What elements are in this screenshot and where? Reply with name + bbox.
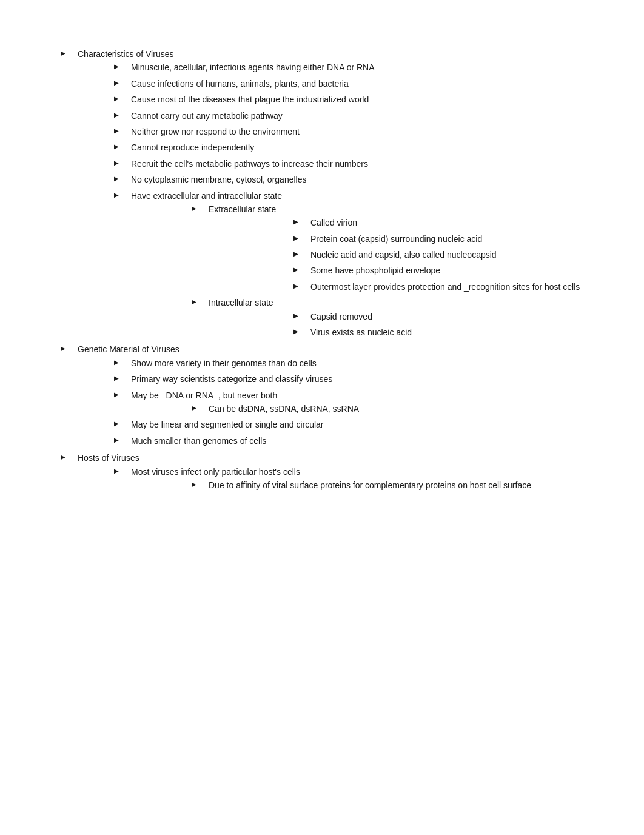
item-text: Show more variety in their genomes than … bbox=[131, 358, 317, 368]
outline-item-l1-genetic: Genetic Material of VirusesShow more var… bbox=[61, 343, 608, 448]
item-text: Most viruses infect only particular host… bbox=[131, 467, 300, 477]
outline-item-l2-g5: Much smaller than genomes of cells bbox=[114, 434, 608, 448]
outline-item-l1-characteristics: Characteristics of VirusesMinuscule, ace… bbox=[61, 47, 608, 339]
outline-item-l2-9: Have extracellular and intracellular sta… bbox=[114, 189, 608, 340]
outline-item-l2-3: Cause most of the diseases that plague t… bbox=[114, 93, 608, 106]
item-text: Outermost layer provides protection and … bbox=[310, 282, 580, 292]
item-text: May be _DNA or RNA_, but never both bbox=[131, 391, 277, 400]
item-text: Cause infections of humans, animals, pla… bbox=[131, 79, 349, 89]
item-text: Genetic Material of Viruses bbox=[78, 344, 179, 354]
outline-item-l4-2: Protein coat (capsid) surrounding nuclei… bbox=[293, 232, 608, 246]
item-text: Neither grow nor respond to the environm… bbox=[131, 127, 300, 136]
outline-item-l3-intracellular: Intracellular stateCapsid removedVirus e… bbox=[192, 296, 608, 339]
outline-item-l2-5: Neither grow nor respond to the environm… bbox=[114, 125, 608, 138]
item-text: Due to affinity of viral surface protein… bbox=[209, 480, 531, 490]
outline-item-l4-6: Capsid removed bbox=[293, 310, 608, 323]
item-text: Nucleic acid and capsid, also called nuc… bbox=[310, 250, 497, 260]
item-text: Recruit the cell's metabolic pathways to… bbox=[131, 159, 368, 169]
outline-item-l2-6: Cannot reproduce independently bbox=[114, 141, 608, 154]
outline-item-l2-8: No cytoplasmic membrane, cytosol, organe… bbox=[114, 173, 608, 186]
outline-item-l4-4: Some have phospholipid envelope bbox=[293, 264, 608, 277]
item-text: Can be dsDNA, ssDNA, dsRNA, ssRNA bbox=[209, 404, 359, 414]
item-text: Hosts of Viruses bbox=[78, 453, 139, 463]
item-text: Cannot reproduce independently bbox=[131, 143, 254, 152]
item-text: Minuscule, acellular, infectious agents … bbox=[131, 62, 375, 72]
item-text: Protein coat (capsid) surrounding nuclei… bbox=[310, 234, 482, 244]
outline-item-l3-g1: Can be dsDNA, ssDNA, dsRNA, ssRNA bbox=[192, 402, 608, 415]
outline-item-l2-4: Cannot carry out any metabolic pathway bbox=[114, 109, 608, 122]
outline-item-l4-7: Virus exists as nucleic acid bbox=[293, 326, 608, 339]
outline-item-l2-g4: May be linear and segmented or single an… bbox=[114, 418, 608, 431]
item-text: Cannot carry out any metabolic pathway bbox=[131, 111, 283, 121]
item-text: Have extracellular and intracellular sta… bbox=[131, 191, 282, 201]
item-text: Some have phospholipid envelope bbox=[310, 266, 440, 275]
outline-item-l2-1: Minuscule, acellular, infectious agents … bbox=[114, 61, 608, 74]
item-text: Much smaller than genomes of cells bbox=[131, 436, 266, 446]
outline-item-l3-extracellular: Extracellular stateCalled virionProtein … bbox=[192, 203, 608, 293]
outline-item-l4-5: Outermost layer provides protection and … bbox=[293, 280, 608, 293]
item-text: Capsid removed bbox=[310, 312, 372, 321]
outline-item-l4-1: Called virion bbox=[293, 216, 608, 229]
outline-item-l2-h1: Most viruses infect only particular host… bbox=[114, 465, 608, 492]
outline-item-l3-h1: Due to affinity of viral surface protein… bbox=[192, 478, 608, 492]
item-text: Extracellular state bbox=[209, 204, 276, 214]
item-text: No cytoplasmic membrane, cytosol, organe… bbox=[131, 175, 306, 184]
item-text: Cause most of the diseases that plague t… bbox=[131, 95, 369, 104]
item-text: May be linear and segmented or single an… bbox=[131, 420, 324, 429]
item-text: Called virion bbox=[310, 218, 357, 227]
item-text: Virus exists as nucleic acid bbox=[310, 327, 412, 337]
item-text: Primary way scientists categorize and cl… bbox=[131, 374, 332, 384]
outline-item-l2-2: Cause infections of humans, animals, pla… bbox=[114, 77, 608, 90]
outline-item-l2-7: Recruit the cell's metabolic pathways to… bbox=[114, 157, 608, 170]
outline-item-l2-g3: May be _DNA or RNA_, but never bothCan b… bbox=[114, 389, 608, 416]
outline-item-l4-3: Nucleic acid and capsid, also called nuc… bbox=[293, 248, 608, 261]
outline-item-l1-hosts: Hosts of VirusesMost viruses infect only… bbox=[61, 451, 608, 492]
outline-item-l2-g2: Primary way scientists categorize and cl… bbox=[114, 372, 608, 386]
outline-item-l2-g1: Show more variety in their genomes than … bbox=[114, 357, 608, 370]
item-text: Intracellular state bbox=[209, 298, 273, 307]
item-text: Characteristics of Viruses bbox=[78, 49, 173, 59]
